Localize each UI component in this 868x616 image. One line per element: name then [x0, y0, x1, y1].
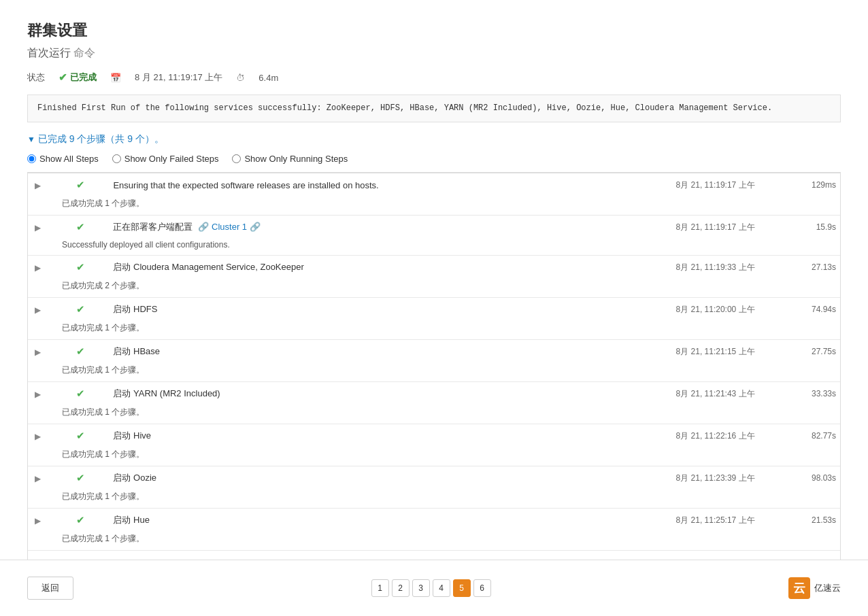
step-name: 启动 Hue: [109, 509, 596, 532]
subtitle-cmd: 命令: [73, 47, 95, 58]
step-name: 启动 Hive: [109, 424, 596, 448]
filter-running[interactable]: Show Only Running Steps: [232, 154, 348, 164]
step-name: 启动 YARN (MR2 Included): [109, 382, 596, 406]
expand-button[interactable]: ▶: [32, 515, 44, 527]
table-row: ▶ ✔ 启动 Cloudera Management Service, ZooK…: [28, 256, 840, 279]
expand-button[interactable]: ▶: [32, 222, 44, 234]
step-name: 启动 HDFS: [109, 298, 596, 322]
step-check-icon: ✔: [76, 261, 85, 273]
step-sub-text: 已成功完成 1 个步骤。: [28, 363, 840, 382]
brand-icon: 云: [788, 577, 810, 599]
steps-table: ▶ ✔ Ensuring that the expected software …: [28, 173, 840, 551]
step-check-icon: ✔: [76, 179, 85, 190]
step-sub-row: 已成功完成 1 个步骤。: [28, 532, 840, 551]
steps-box: ▶ ✔ Ensuring that the expected software …: [27, 172, 841, 565]
status-label: 状态: [27, 71, 45, 84]
table-row: ▶ ✔ 启动 Hive 8月 21, 11:22:16 上午 82.77s: [28, 424, 840, 448]
step-duration: 27.13s: [759, 256, 840, 279]
step-duration: 21.53s: [759, 509, 840, 532]
step-sub-text: 已成功完成 1 个步骤。: [28, 490, 840, 509]
page-btn-1[interactable]: 1: [371, 579, 389, 597]
expand-button[interactable]: ▶: [32, 473, 44, 485]
table-row: ▶ ✔ 启动 Hue 8月 21, 11:25:17 上午 21.53s: [28, 509, 840, 532]
step-check-icon: ✔: [76, 472, 85, 483]
brand-logo: 云 亿速云: [788, 577, 841, 599]
step-name: 正在部署客户端配置🔗 Cluster 1 🔗: [109, 216, 596, 239]
steps-summary-text: 已完成 9 个步骤（共 9 个）。: [38, 133, 164, 146]
expand-button[interactable]: ▶: [32, 430, 44, 443]
step-duration: 129ms: [759, 173, 840, 197]
step-sub-row: 已成功完成 1 个步骤。: [28, 321, 840, 340]
check-icon: ✔: [59, 71, 67, 84]
step-check-icon: ✔: [76, 514, 85, 526]
step-check-icon: ✔: [76, 221, 85, 233]
step-name: 启动 HBase: [109, 340, 596, 364]
step-sub-row: 已成功完成 1 个步骤。: [28, 490, 840, 509]
subtitle-text: 首次运行: [27, 47, 71, 58]
step-cluster-link[interactable]: 🔗 Cluster 1 🔗: [198, 222, 260, 232]
page-btn-6[interactable]: 6: [473, 579, 491, 597]
page-subtitle: 首次运行 命令: [27, 46, 841, 61]
step-duration: 33.33s: [759, 382, 840, 406]
filter-row: Show All Steps Show Only Failed Steps Sh…: [27, 154, 841, 164]
step-sub-row: 已成功完成 1 个步骤。: [28, 196, 840, 216]
step-name: 启动 Cloudera Management Service, ZooKeepe…: [109, 256, 596, 279]
step-name: 启动 Oozie: [109, 466, 596, 490]
step-sub-row: 已成功完成 1 个步骤。: [28, 447, 840, 466]
filter-all-radio[interactable]: [27, 154, 36, 163]
step-time: 8月 21, 11:21:15 上午: [597, 340, 759, 364]
step-time: 8月 21, 11:19:33 上午: [597, 256, 759, 279]
page-btn-2[interactable]: 2: [392, 579, 410, 597]
page-btn-5[interactable]: 5: [453, 579, 471, 597]
step-check-icon: ✔: [76, 430, 85, 441]
table-row: ▶ ✔ 正在部署客户端配置🔗 Cluster 1 🔗 8月 21, 11:19:…: [28, 216, 840, 239]
step-duration: 82.77s: [759, 424, 840, 448]
expand-button[interactable]: ▶: [32, 179, 44, 192]
filter-running-label: Show Only Running Steps: [244, 154, 348, 164]
step-time: 8月 21, 11:21:43 上午: [597, 382, 759, 406]
table-row: ▶ ✔ 启动 Oozie 8月 21, 11:23:39 上午 98.03s: [28, 466, 840, 490]
log-text: Finished First Run of the following serv…: [27, 95, 841, 122]
bottom-bar: 返回 123456 云 亿速云: [0, 560, 868, 616]
step-sub-text: 已成功完成 1 个步骤。: [28, 447, 840, 466]
pagination-bottom: 123456: [361, 568, 502, 608]
page-btn-3[interactable]: 3: [412, 579, 430, 597]
step-time: 8月 21, 11:25:17 上午: [597, 509, 759, 532]
step-check-icon: ✔: [76, 388, 85, 399]
filter-failed-radio[interactable]: [112, 154, 121, 163]
step-duration: 27.75s: [759, 340, 840, 364]
step-sub-row: 已成功完成 1 个步骤。: [28, 405, 840, 424]
table-row: ▶ ✔ 启动 YARN (MR2 Included) 8月 21, 11:21:…: [28, 382, 840, 406]
page-title: 群集设置: [27, 20, 841, 41]
step-sub-text: Successfully deployed all client configu…: [28, 239, 840, 256]
calendar-icon: 📅: [110, 73, 121, 83]
step-sub-row: 已成功完成 2 个步骤。: [28, 279, 840, 298]
filter-failed-label: Show Only Failed Steps: [124, 154, 219, 164]
step-sub-row: Successfully deployed all client configu…: [28, 239, 840, 256]
filter-running-radio[interactable]: [232, 154, 241, 163]
back-button[interactable]: 返回: [27, 577, 73, 600]
page-container: 群集设置 首次运行 命令 状态 ✔ 已完成 📅 8 月 21, 11:19:17…: [0, 0, 868, 616]
step-check-icon: ✔: [76, 345, 85, 357]
step-sub-text: 已成功完成 1 个步骤。: [28, 321, 840, 340]
step-sub-text: 已成功完成 1 个步骤。: [28, 405, 840, 424]
page-btn-4[interactable]: 4: [433, 579, 450, 597]
filter-all[interactable]: Show All Steps: [27, 154, 99, 164]
date-text: 8 月 21, 11:19:17 上午: [135, 71, 222, 84]
expand-button[interactable]: ▶: [32, 388, 44, 400]
clock-icon: ⏱: [236, 73, 245, 83]
filter-failed[interactable]: Show Only Failed Steps: [112, 154, 219, 164]
steps-summary[interactable]: ▼ 已完成 9 个步骤（共 9 个）。: [27, 133, 841, 146]
step-sub-text: 已成功完成 1 个步骤。: [28, 196, 840, 216]
chevron-down-icon: ▼: [27, 135, 35, 144]
expand-button[interactable]: ▶: [32, 304, 44, 316]
duration-text: 6.4m: [258, 73, 278, 83]
step-time: 8月 21, 11:19:17 上午: [597, 173, 759, 197]
status-row: 状态 ✔ 已完成 📅 8 月 21, 11:19:17 上午 ⏱ 6.4m: [27, 71, 841, 84]
expand-button[interactable]: ▶: [32, 262, 44, 274]
step-duration: 74.94s: [759, 298, 840, 322]
expand-button[interactable]: ▶: [32, 346, 44, 358]
step-time: 8月 21, 11:19:17 上午: [597, 216, 759, 239]
table-row: ▶ ✔ 启动 HDFS 8月 21, 11:20:00 上午 74.94s: [28, 298, 840, 322]
status-value: ✔ 已完成: [59, 71, 97, 84]
